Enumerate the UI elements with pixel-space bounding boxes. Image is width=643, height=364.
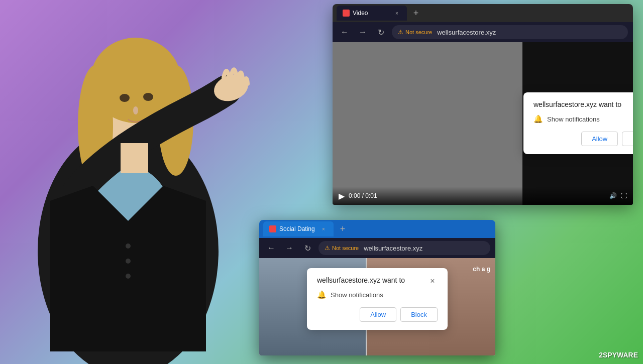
browser2-tab-bar: Social Dating × +: [259, 220, 495, 238]
browser1-new-tab-btn[interactable]: +: [409, 6, 423, 20]
browser1-favicon: [343, 10, 350, 17]
video-time: 0:00 / 0:01: [349, 192, 377, 199]
browser1-video-controls: ▶ 0:00 / 0:01 🔊 ⛶: [333, 187, 633, 205]
video-play-btn[interactable]: ▶: [339, 191, 345, 201]
video-volume-icon[interactable]: 🔊: [609, 192, 617, 199]
browser1-popup-buttons: Allow Block: [533, 132, 633, 146]
browser2-new-tab-btn[interactable]: +: [336, 222, 350, 236]
browser1-security-label: Not secure: [405, 29, 432, 35]
browser2-back-btn[interactable]: ←: [264, 241, 278, 255]
browser2-content: ch a g wellsurfacestore.xyz want to × 🔔 …: [259, 258, 495, 355]
browser1-active-tab[interactable]: Video ×: [337, 6, 407, 21]
person-figure: [0, 0, 291, 364]
browser1-notification-popup: wellsurfacestore.xyz want to × 🔔 Show no…: [523, 92, 633, 154]
browser1-tab-close[interactable]: ×: [393, 9, 401, 17]
video-fullscreen-icon[interactable]: ⛶: [621, 192, 627, 199]
browser2-favicon: [269, 225, 276, 232]
watermark-label: 2SPYWARE: [599, 351, 638, 359]
browser1-bell-icon: 🔔: [533, 114, 543, 124]
svg-point-7: [143, 93, 153, 101]
browser2-tab-close[interactable]: ×: [319, 225, 328, 233]
browser1-back-btn[interactable]: ←: [338, 25, 352, 39]
browser-window-2: Social Dating × + ← → ↻ ⚠ Not secure wel…: [259, 220, 495, 355]
browser1-block-btn[interactable]: Block: [622, 132, 633, 146]
browser2-tab-label: Social Dating: [279, 225, 316, 232]
browser2-notification-popup: wellsurfacestore.xyz want to × 🔔 Show no…: [307, 268, 448, 330]
browser1-tab-label: Video: [353, 10, 390, 17]
svg-point-12: [126, 274, 131, 279]
browser-window-1: Video × + ← → ↻ ⚠ Not secure wellsurface…: [333, 4, 633, 205]
browser2-warning-icon: ⚠: [325, 245, 330, 252]
svg-point-6: [120, 94, 130, 102]
browser1-tab-bar: Video × +: [333, 4, 633, 22]
browser2-active-tab[interactable]: Social Dating ×: [263, 221, 334, 236]
browser1-popup-notification-label: Show notifications: [547, 115, 600, 123]
browser1-popup-header: wellsurfacestore.xyz want to ×: [533, 100, 633, 110]
browser1-nav-bar: ← → ↻ ⚠ Not secure wellsurfacestore.xyz: [333, 22, 633, 42]
browser1-url: wellsurfacestore.xyz: [437, 29, 496, 36]
svg-point-11: [126, 259, 131, 264]
watermark: 2SPYWARE: [599, 351, 638, 359]
browser2-popup-header: wellsurfacestore.xyz want to ×: [317, 276, 438, 286]
browser2-security-warning: ⚠ Not secure: [325, 245, 359, 252]
svg-point-14: [344, 11, 348, 15]
browser1-allow-btn[interactable]: Allow: [581, 132, 618, 146]
browser2-url: wellsurfacestore.xyz: [364, 245, 422, 252]
browser1-refresh-btn[interactable]: ↻: [374, 25, 388, 39]
svg-point-10: [126, 244, 131, 249]
browser1-address-bar[interactable]: ⚠ Not secure wellsurfacestore.xyz: [392, 25, 628, 39]
browser2-block-btn[interactable]: Block: [400, 307, 438, 322]
dating-overlay-text: ch a g: [473, 266, 490, 273]
browser1-security-warning: ⚠ Not secure: [398, 29, 432, 36]
browser2-popup-close[interactable]: ×: [427, 276, 438, 286]
browser2-popup-buttons: Allow Block: [317, 307, 438, 322]
browser2-popup-notification-label: Show notifications: [331, 291, 383, 299]
browser2-popup-title: wellsurfacestore.xyz want to: [317, 276, 405, 284]
browser1-popup-title: wellsurfacestore.xyz want to: [533, 100, 621, 108]
svg-point-8: [133, 106, 138, 114]
browser2-refresh-btn[interactable]: ↻: [300, 241, 314, 255]
browser2-address-bar[interactable]: ⚠ Not secure wellsurfacestore.xyz: [318, 241, 490, 255]
browser1-content: ▶ 0:00 / 0:01 🔊 ⛶ wellsurfacestore.xyz w…: [333, 42, 633, 205]
browser2-bell-icon: 🔔: [317, 290, 327, 299]
svg-rect-13: [121, 143, 148, 173]
browser1-popup-notification-row: 🔔 Show notifications: [533, 114, 633, 124]
browser2-popup-notification-row: 🔔 Show notifications: [317, 290, 438, 299]
browser2-forward-btn[interactable]: →: [282, 241, 296, 255]
svg-point-15: [271, 227, 275, 231]
browser2-nav-bar: ← → ↻ ⚠ Not secure wellsurfacestore.xyz: [259, 238, 495, 258]
browser1-warning-icon: ⚠: [398, 29, 403, 36]
browser2-allow-btn[interactable]: Allow: [360, 307, 396, 322]
browser2-security-label: Not secure: [332, 245, 359, 251]
browser1-forward-btn[interactable]: →: [356, 25, 370, 39]
